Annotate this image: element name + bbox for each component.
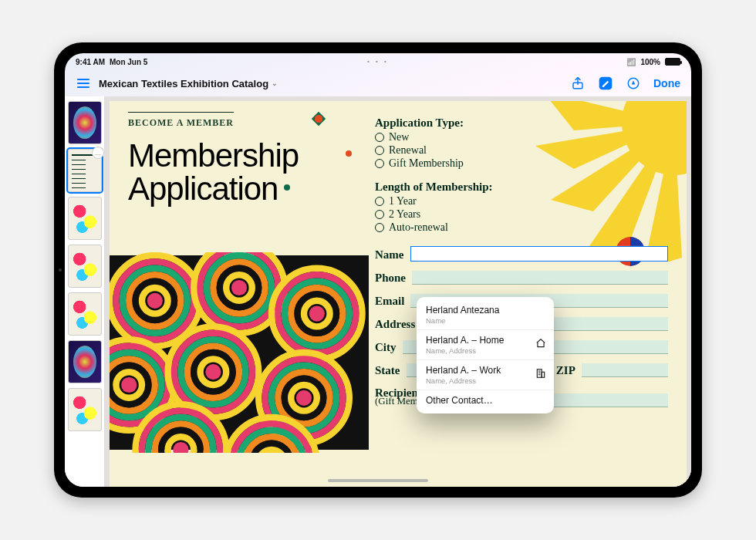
headline-line: Application bbox=[128, 173, 359, 206]
page-canvas[interactable]: BECOME A MEMBER Membership Application bbox=[105, 96, 691, 487]
sidebar-toggle-icon[interactable] bbox=[76, 76, 91, 91]
markup-icon[interactable] bbox=[598, 76, 613, 91]
status-bar: 9:41 AM Mon Jun 5 • • • 100% bbox=[65, 53, 691, 70]
headline-line: Membership bbox=[128, 140, 359, 173]
radio-option-2years[interactable]: 2 Years bbox=[375, 208, 668, 221]
autofill-suggestion-title: Herland A. – Home bbox=[426, 335, 529, 346]
list-icon bbox=[77, 79, 89, 88]
radio-option-renewal[interactable]: Renewal bbox=[375, 144, 668, 157]
svg-point-4 bbox=[315, 115, 322, 123]
status-date: Mon Jun 5 bbox=[110, 58, 147, 66]
page-thumbnail[interactable] bbox=[68, 340, 102, 383]
svg-rect-25 bbox=[542, 372, 545, 377]
autofill-suggestion-sub: Name, Address bbox=[426, 346, 529, 355]
page-thumbnail[interactable] bbox=[68, 245, 102, 288]
radio-icon bbox=[375, 223, 384, 232]
radio-option-1year[interactable]: 1 Year bbox=[375, 195, 668, 208]
option-label: New bbox=[389, 131, 409, 143]
option-label: Auto-renewal bbox=[389, 221, 448, 234]
option-label: Renewal bbox=[389, 144, 427, 157]
autofill-icon[interactable] bbox=[626, 76, 641, 91]
screen: 9:41 AM Mon Jun 5 • • • 100% Mexican Tex… bbox=[65, 53, 691, 487]
section-kicker: BECOME A MEMBER bbox=[128, 112, 234, 129]
radio-icon bbox=[375, 146, 384, 155]
building-icon bbox=[535, 368, 546, 382]
radio-icon bbox=[375, 133, 384, 142]
autofill-suggestion-title: Herland A. – Work bbox=[426, 365, 529, 376]
field-label-address: Address bbox=[375, 318, 415, 331]
radio-icon bbox=[375, 159, 384, 168]
document-title[interactable]: Mexican Textiles Exhibition Catalog ⌄ bbox=[99, 78, 278, 89]
page-thumbnails-rail[interactable]: … bbox=[65, 96, 105, 487]
field-label-city: City bbox=[375, 341, 397, 354]
autofill-suggestion[interactable]: Herland Antezana Name bbox=[417, 300, 554, 330]
page-thumbnail[interactable] bbox=[68, 101, 102, 144]
ornament-dot-icon bbox=[346, 150, 352, 157]
ornament-dot-icon bbox=[284, 184, 290, 191]
page-headline: Membership Application bbox=[128, 140, 359, 206]
textile-illustration bbox=[110, 252, 369, 453]
field-label-name: Name bbox=[375, 248, 404, 262]
document-page: BECOME A MEMBER Membership Application bbox=[110, 101, 687, 487]
option-label: 2 Years bbox=[389, 208, 420, 221]
chevron-down-icon: ⌄ bbox=[272, 79, 278, 87]
page-thumbnail[interactable] bbox=[68, 197, 102, 240]
field-label-email: Email bbox=[375, 295, 404, 308]
autofill-popover: Herland Antezana Name Herland A. – Home … bbox=[417, 297, 554, 413]
multitask-dots-icon[interactable]: • • • bbox=[367, 58, 389, 65]
autofill-suggestion-sub: Name bbox=[426, 316, 529, 325]
page-thumbnail[interactable]: … bbox=[68, 149, 102, 192]
battery-icon bbox=[665, 58, 680, 66]
option-label: Gift Membership bbox=[389, 157, 464, 170]
radio-option-auto[interactable]: Auto-renewal bbox=[375, 221, 668, 234]
ipad-frame: 9:41 AM Mon Jun 5 • • • 100% Mexican Tex… bbox=[54, 42, 702, 498]
radio-option-new[interactable]: New bbox=[375, 131, 668, 143]
section-title: Application Type: bbox=[375, 116, 668, 130]
autofill-suggestion[interactable]: Herland A. – Work Name, Address bbox=[417, 360, 554, 390]
radio-icon bbox=[375, 210, 384, 219]
field-label-zip: ZIP bbox=[556, 364, 575, 377]
status-time: 9:41 AM bbox=[76, 58, 105, 66]
option-label: 1 Year bbox=[389, 195, 417, 208]
radio-option-gift[interactable]: Gift Membership bbox=[375, 157, 668, 170]
document-title-label: Mexican Textiles Exhibition Catalog bbox=[99, 78, 268, 89]
autofill-suggestion-sub: Name, Address bbox=[426, 376, 529, 385]
autofill-suggestion-title: Herland Antezana bbox=[426, 305, 529, 316]
section-title: Length of Membership: bbox=[375, 181, 668, 194]
phone-input[interactable] bbox=[412, 271, 668, 285]
battery-percent: 100% bbox=[640, 58, 660, 66]
wifi-icon bbox=[626, 58, 636, 66]
page-thumbnail[interactable] bbox=[68, 388, 102, 431]
home-icon bbox=[535, 338, 546, 352]
name-input[interactable] bbox=[410, 246, 669, 262]
field-label-phone: Phone bbox=[375, 272, 406, 285]
field-label-state: State bbox=[375, 364, 400, 377]
autofill-other-contact[interactable]: Other Contact… bbox=[417, 390, 554, 410]
done-button[interactable]: Done bbox=[653, 77, 680, 89]
home-indicator[interactable] bbox=[328, 479, 428, 482]
autofill-other-label: Other Contact… bbox=[426, 395, 529, 406]
page-thumbnail[interactable] bbox=[68, 292, 102, 336]
zip-input[interactable] bbox=[582, 363, 668, 377]
ornament-diamond-icon bbox=[309, 109, 329, 129]
autofill-suggestion[interactable]: Herland A. – Home Name, Address bbox=[417, 330, 554, 360]
toolbar: Mexican Textiles Exhibition Catalog ⌄ Do… bbox=[65, 70, 691, 96]
share-icon[interactable] bbox=[570, 76, 586, 91]
radio-icon bbox=[375, 197, 384, 206]
comment-bubble-icon[interactable]: … bbox=[92, 147, 104, 159]
